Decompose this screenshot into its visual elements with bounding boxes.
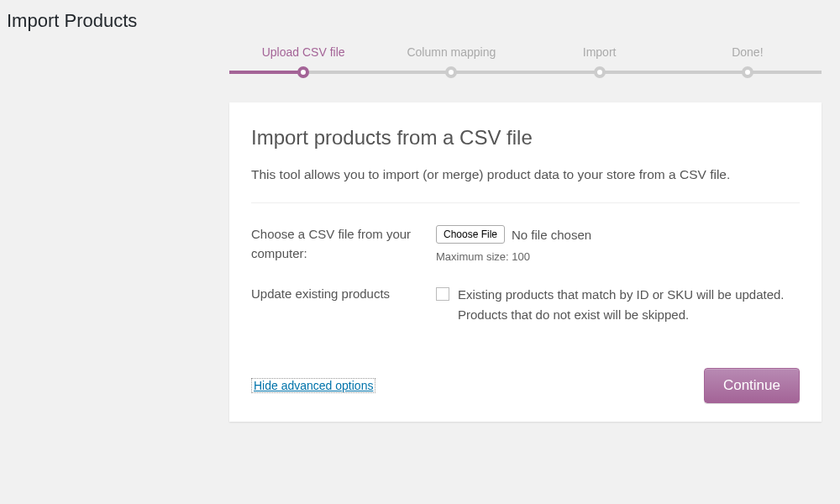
- page-title: Import Products: [0, 0, 840, 45]
- card-footer: Hide advanced options Continue: [251, 368, 800, 403]
- step-label: Upload CSV file: [229, 45, 377, 67]
- continue-button[interactable]: Continue: [704, 368, 800, 403]
- file-chooser-label: Choose a CSV file from your computer:: [251, 225, 436, 263]
- update-existing-description: Existing products that match by ID or SK…: [458, 285, 800, 324]
- file-chooser-row: Choose a CSV file from your computer: Ch…: [251, 203, 800, 263]
- step-dot-icon: [594, 66, 606, 78]
- step-dot-icon: [297, 66, 309, 78]
- step-label: Column mapping: [377, 45, 525, 67]
- file-chosen-status: No file chosen: [512, 228, 591, 242]
- step-done[interactable]: Done!: [674, 45, 822, 79]
- max-size-hint: Maximum size: 100: [436, 250, 800, 263]
- card-title: Import products from a CSV file: [251, 126, 800, 150]
- step-label: Import: [526, 45, 674, 67]
- update-existing-row: Update existing products Existing produc…: [251, 263, 800, 324]
- card-description: This tool allows you to import (or merge…: [251, 165, 800, 203]
- step-upload[interactable]: Upload CSV file: [229, 45, 377, 79]
- wizard-steps: Upload CSV file Column mapping Import Do…: [229, 45, 822, 79]
- toggle-advanced-link[interactable]: Hide advanced options: [251, 378, 375, 393]
- step-dot-icon: [445, 66, 457, 78]
- import-wizard: Upload CSV file Column mapping Import Do…: [229, 45, 822, 422]
- import-card: Import products from a CSV file This too…: [229, 102, 822, 422]
- step-label: Done!: [674, 45, 822, 67]
- update-existing-checkbox[interactable]: [436, 287, 449, 301]
- choose-file-button[interactable]: Choose File: [436, 225, 505, 244]
- update-existing-label: Update existing products: [251, 285, 436, 304]
- step-import[interactable]: Import: [526, 45, 674, 79]
- step-mapping[interactable]: Column mapping: [377, 45, 525, 79]
- step-dot-icon: [742, 66, 753, 78]
